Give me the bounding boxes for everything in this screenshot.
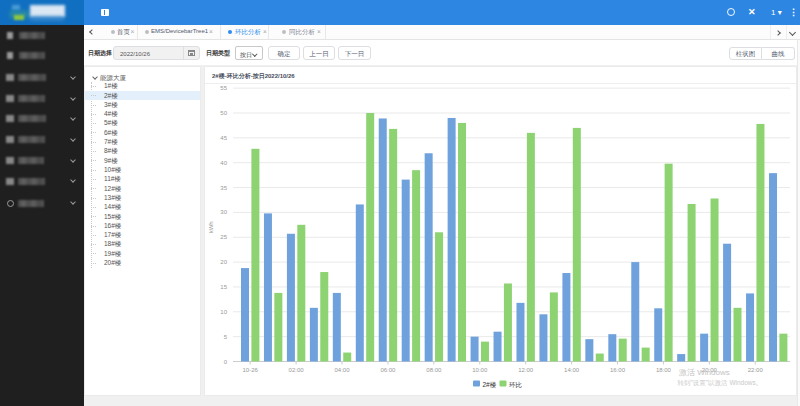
svg-text:08:00: 08:00 xyxy=(426,367,442,373)
svg-text:40: 40 xyxy=(220,160,227,166)
svg-text:5: 5 xyxy=(224,334,228,340)
svg-text:0: 0 xyxy=(224,359,228,365)
svg-text:14:00: 14:00 xyxy=(564,367,580,373)
svg-text:10:00: 10:00 xyxy=(472,367,488,373)
svg-text:12:00: 12:00 xyxy=(518,367,534,373)
svg-text:55: 55 xyxy=(220,85,227,91)
svg-text:04:00: 04:00 xyxy=(335,367,351,373)
svg-text:50: 50 xyxy=(220,110,227,116)
svg-text:45: 45 xyxy=(220,135,227,141)
svg-text:30: 30 xyxy=(220,209,227,215)
svg-text:18:00: 18:00 xyxy=(656,367,672,373)
svg-text:20: 20 xyxy=(220,259,227,265)
svg-text:16:00: 16:00 xyxy=(610,367,626,373)
svg-text:10-26: 10-26 xyxy=(243,367,259,373)
svg-text:10: 10 xyxy=(220,309,227,315)
svg-text:15: 15 xyxy=(220,284,227,290)
svg-text:02:00: 02:00 xyxy=(289,367,305,373)
svg-text:22:00: 22:00 xyxy=(748,367,764,373)
svg-text:06:00: 06:00 xyxy=(380,367,396,373)
svg-text:环比: 环比 xyxy=(509,381,523,388)
svg-text:25: 25 xyxy=(220,234,227,240)
svg-text:2#楼: 2#楼 xyxy=(483,381,497,388)
svg-text:kWh: kWh xyxy=(208,221,214,233)
svg-text:35: 35 xyxy=(220,185,227,191)
